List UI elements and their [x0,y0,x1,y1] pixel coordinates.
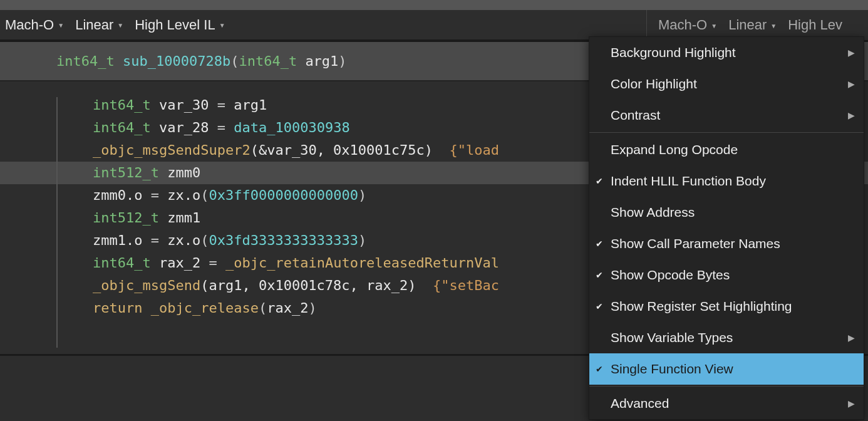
menu-item-label: Single Function View [611,361,733,377]
menu-item-label: Show Opcode Bytes [611,268,730,283]
menu-item[interactable]: ✔Indent HLIL Function Body [589,165,864,197]
menu-item-label: Color Highlight [611,76,697,91]
submenu-arrow-icon: ▶ [848,48,855,58]
menu-item-label: Advanced [611,396,669,411]
menu-separator [589,386,864,387]
code-gutter-bar [56,97,58,348]
menu-item-label: Show Variable Types [611,330,733,345]
menu-item-label: Background Highlight [611,45,736,60]
menu-item-label: Contrast [611,108,660,123]
dropdown-label: Linear [75,17,113,33]
function-name: sub_10000728b [123,53,230,69]
view-mode-dropdown[interactable]: Linear ▼ [75,17,123,33]
check-icon: ✔ [596,301,603,311]
toolbar-left-group: Mach-O ▼ Linear ▼ High Level IL ▼ [5,17,734,33]
menu-item[interactable]: ✔Single Function View [589,353,864,385]
menu-item-label: Show Address [611,205,695,220]
view-mode-dropdown-2[interactable]: Linear ▼ [728,17,777,33]
submenu-arrow-icon: ▶ [848,333,855,343]
menu-item[interactable]: Expand Long Opcode [589,134,864,165]
dropdown-label: Mach-O [658,17,707,33]
binary-type-dropdown-2[interactable]: Mach-O ▼ [658,17,717,33]
menu-item[interactable]: ✔Show Call Parameter Names [589,228,864,259]
menu-item[interactable]: Color Highlight▶ [589,68,864,100]
dropdown-label: High Level IL [135,17,215,33]
submenu-arrow-icon: ▶ [848,79,855,89]
view-options-context-menu: Background Highlight▶Color Highlight▶Con… [589,36,864,420]
title-bar-strip [0,0,868,10]
caret-down-icon: ▼ [219,22,225,29]
caret-down-icon: ▼ [117,22,123,29]
menu-item-label: Show Call Parameter Names [611,236,780,251]
menu-item[interactable]: Background Highlight▶ [589,37,864,68]
binary-type-dropdown[interactable]: Mach-O ▼ [5,17,64,33]
caret-down-icon: ▼ [770,23,777,29]
return-type: int64_t [56,53,115,69]
menu-item[interactable]: Contrast▶ [589,100,864,131]
menu-item-label: Expand Long Opcode [611,142,738,157]
dropdown-label: Linear [728,17,767,33]
il-level-dropdown[interactable]: High Level IL ▼ [135,17,225,33]
menu-item-label: Show Register Set Highlighting [611,299,792,314]
check-icon: ✔ [596,270,603,280]
menu-item[interactable]: Advanced▶ [589,388,864,419]
caret-down-icon: ▼ [58,22,64,29]
dropdown-label: High Lev [788,17,842,33]
il-level-dropdown-2[interactable]: High Lev [788,17,842,33]
menu-item[interactable]: ✔Show Register Set Highlighting [589,291,864,322]
caret-down-icon: ▼ [711,23,717,29]
menu-item[interactable]: Show Variable Types▶ [589,322,864,353]
menu-item[interactable]: ✔Show Opcode Bytes [589,259,864,291]
submenu-arrow-icon: ▶ [848,398,855,408]
menu-item[interactable]: Show Address [589,197,864,228]
arg-name: arg1 [305,53,338,69]
check-icon: ✔ [596,176,603,186]
submenu-arrow-icon: ▶ [848,110,855,120]
arg-type: int64_t [239,53,297,69]
secondary-pane-toolbar: Mach-O ▼ Linear ▼ High Lev [646,10,868,40]
menu-item-label: Indent HLIL Function Body [611,174,766,189]
dropdown-label: Mach-O [5,17,54,33]
check-icon: ✔ [596,239,603,249]
check-icon: ✔ [596,364,603,374]
menu-separator [589,132,864,133]
